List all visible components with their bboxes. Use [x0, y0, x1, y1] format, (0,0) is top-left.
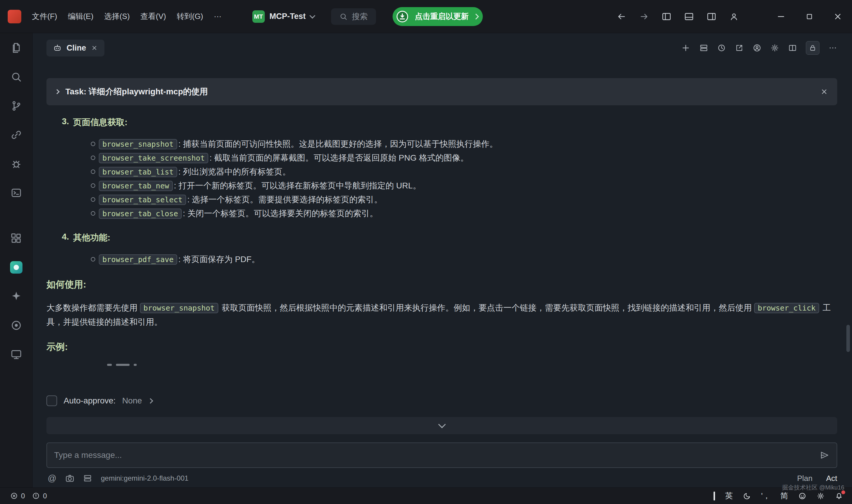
lock-icon[interactable]	[806, 41, 819, 55]
text-cursor-icon	[713, 491, 715, 501]
layout-panel-icon[interactable]	[684, 12, 694, 22]
settings-gear-icon[interactable]	[771, 43, 779, 52]
back-arrow-icon[interactable]	[617, 12, 627, 22]
menu-more[interactable]: ···	[209, 0, 227, 33]
ime-language-toggle[interactable]: 英	[725, 491, 733, 501]
problems-indicator[interactable]: 0 0	[10, 492, 51, 500]
ime-settings-gear-icon[interactable]	[816, 492, 825, 500]
message-input[interactable]	[54, 450, 819, 460]
cline-robot-icon	[53, 43, 62, 52]
menu-file[interactable]: 文件(F)	[26, 0, 62, 33]
camera-icon[interactable]	[64, 473, 75, 484]
account-circle-icon[interactable]	[753, 43, 761, 52]
task-expand-chevron-icon[interactable]	[55, 89, 60, 94]
chat-content: 3. 页面信息获取: browser_snapshot: 捕获当前页面的可访问性…	[33, 105, 852, 391]
layout-sidebar-right-icon[interactable]	[706, 12, 717, 22]
moon-icon[interactable]	[743, 492, 751, 500]
global-search[interactable]: 搜索	[331, 8, 376, 25]
tab-label: Cline	[67, 43, 86, 53]
tab-close-icon[interactable]	[91, 44, 98, 52]
model-label[interactable]: gemini:gemini-2.0-flash-001	[101, 474, 188, 482]
mcp-servers-icon[interactable]	[699, 43, 708, 52]
list-item: browser_tab_close: 关闭一个标签页。可以选择要关闭的标签页的索…	[99, 207, 834, 221]
window-controls	[767, 0, 852, 33]
expand-collapse-bar[interactable]	[47, 417, 837, 434]
account-icon[interactable]	[729, 12, 739, 22]
warning-icon	[32, 492, 40, 500]
new-task-plus-icon[interactable]	[681, 43, 690, 53]
composer-footer: @ gemini:gemini-2.0-flash-001 Plan Act	[47, 473, 837, 484]
plan-mode-button[interactable]: Plan	[797, 474, 812, 483]
titlebar: 文件(F) 编辑(E) 选择(S) 查看(V) 转到(G) ··· MT MCP…	[0, 0, 852, 33]
terminal-extension-icon[interactable]	[9, 186, 23, 200]
remote-link-icon[interactable]	[9, 128, 23, 142]
split-editor-icon[interactable]	[788, 43, 797, 52]
code-chip: browser_snapshot	[99, 139, 177, 149]
section-heading-3: 3. 页面信息获取:	[47, 116, 834, 128]
minimize-button[interactable]	[767, 0, 795, 33]
chevron-right-icon[interactable]	[148, 398, 153, 403]
source-control-icon[interactable]	[9, 99, 23, 113]
history-icon[interactable]	[717, 43, 726, 52]
tool-desc: : 截取当前页面的屏幕截图。可以选择是否返回原始 PNG 格式的图像。	[210, 153, 469, 162]
list-item: browser_take_screenshot: 截取当前页面的屏幕截图。可以选…	[99, 151, 834, 165]
list-item: browser_tab_select: 选择一个标签页。需要提供要选择的标签页的…	[99, 193, 834, 207]
task-close-icon[interactable]	[820, 88, 828, 96]
tool-desc: : 列出浏览器中的所有标签页。	[178, 167, 291, 176]
code-chip: browser_click	[754, 303, 819, 313]
list-item: browser_snapshot: 捕获当前页面的可访问性快照。这是比截图更好的…	[99, 137, 834, 151]
tool-desc: : 捕获当前页面的可访问性快照。这是比截图更好的选择，因为可以基于快照执行操作。	[178, 139, 498, 148]
mention-icon[interactable]: @	[47, 473, 58, 484]
status-bar: 0 0 掘金技术社区 @Miku16 英 '， 简	[0, 487, 852, 504]
server-rack-icon[interactable]	[82, 473, 93, 484]
mode-switch: Plan Act	[797, 474, 837, 483]
ime-charset-toggle[interactable]: 简	[780, 491, 788, 501]
restart-to-update-button[interactable]: 点击重启以更新	[393, 7, 483, 26]
tab-cline[interactable]: Cline	[47, 40, 105, 56]
warning-count: 0	[43, 492, 47, 500]
remote-explorer-icon[interactable]	[9, 347, 23, 361]
list-item: browser_tab_list: 列出浏览器中的所有标签页。	[99, 165, 834, 179]
menu-view[interactable]: 查看(V)	[135, 0, 171, 33]
emoji-icon[interactable]	[798, 492, 806, 500]
tool-desc: : 选择一个标签页。需要提供要选择的标签页的索引。	[187, 195, 382, 204]
error-icon	[10, 492, 18, 500]
colored-extension-icon[interactable]	[9, 260, 23, 274]
heading-number: 4.	[62, 232, 69, 244]
list-item: browser_tab_new: 打开一个新的标签页。可以选择在新标签页中导航到…	[99, 179, 834, 193]
search-icon[interactable]	[9, 70, 23, 84]
layout-sidebar-left-icon[interactable]	[661, 12, 672, 22]
main-panel: Cline Task: 详细介绍playwright-mcp的使用 3. 页面信…	[33, 33, 852, 487]
code-chip: browser_tab_close	[99, 209, 182, 219]
sparkle-icon[interactable]	[9, 289, 23, 304]
act-mode-button[interactable]: Act	[826, 474, 837, 483]
explorer-icon[interactable]	[9, 41, 23, 55]
notification-bell-icon[interactable]	[835, 492, 843, 500]
menu-selection[interactable]: 选择(S)	[99, 0, 135, 33]
heading-text: 页面信息获取:	[73, 116, 127, 128]
extensions-icon[interactable]	[9, 231, 23, 246]
code-chip: browser_tab_new	[99, 181, 173, 191]
chevron-right-icon	[473, 14, 479, 19]
code-chip: browser_pdf_save	[99, 254, 177, 265]
open-external-icon[interactable]	[735, 43, 744, 52]
usage-heading: 如何使用:	[47, 278, 834, 291]
task-header[interactable]: Task: 详细介绍playwright-mcp的使用	[47, 78, 837, 105]
code-chip: browser_take_screenshot	[99, 153, 208, 163]
workspace-switcher[interactable]: MT MCP-Test	[252, 10, 315, 23]
send-icon[interactable]	[819, 450, 830, 460]
menu-goto[interactable]: 转到(G)	[171, 0, 209, 33]
heading-text: 其他功能:	[73, 232, 110, 244]
ime-punctuation-toggle[interactable]: '，	[761, 491, 771, 501]
auto-approve-checkbox[interactable]	[47, 395, 57, 406]
forward-arrow-icon[interactable]	[639, 12, 649, 22]
error-count: 0	[21, 492, 25, 500]
round-extension-icon[interactable]	[9, 318, 23, 332]
maximize-button[interactable]	[795, 0, 823, 33]
debug-bug-icon[interactable]	[9, 157, 23, 171]
more-actions-icon[interactable]	[828, 43, 837, 52]
close-button[interactable]	[823, 0, 852, 33]
search-placeholder: 搜索	[352, 11, 368, 22]
menu-edit[interactable]: 编辑(E)	[62, 0, 99, 33]
chat-scrollbar[interactable]	[846, 325, 850, 352]
